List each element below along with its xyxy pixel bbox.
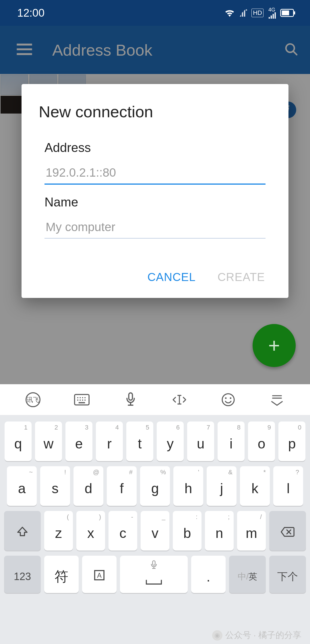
key-u[interactable]: 7u	[187, 421, 214, 461]
hd-indicator: HD	[251, 9, 264, 17]
wechat-icon: ◉	[212, 630, 222, 641]
name-field-group: Name	[39, 195, 271, 239]
keyboard-rows: 1q2w3e4r5t6y7u8i9o0p ~a!s@d#f%g'h&j*k?l …	[0, 415, 310, 644]
key-o[interactable]: 9o	[248, 421, 275, 461]
new-connection-dialog: New connection Address Name CANCEL CREAT…	[22, 84, 288, 298]
signal-no-sim-icon	[239, 9, 247, 17]
key-i[interactable]: 8i	[218, 421, 245, 461]
key-e[interactable]: 3e	[65, 421, 92, 461]
key-l[interactable]: ?l	[273, 466, 303, 506]
key-row-1: 1q2w3e4r5t6y7u8i9o0p	[4, 421, 306, 461]
emoji-icon[interactable]	[220, 391, 237, 408]
svg-point-9	[82, 397, 83, 398]
status-time: 12:00	[17, 7, 44, 19]
microphone-icon[interactable]	[122, 391, 139, 408]
dialog-title: New connection	[39, 102, 271, 121]
key-d[interactable]: @d	[73, 466, 103, 506]
language-icon: A	[93, 569, 106, 585]
key-g[interactable]: %g	[140, 466, 170, 506]
svg-rect-15	[79, 402, 85, 403]
svg-rect-1	[294, 11, 295, 14]
svg-point-13	[82, 399, 83, 401]
key-x[interactable]: )x	[76, 511, 105, 551]
svg-text:A: A	[97, 571, 102, 579]
soft-keyboard: 讯飞 1q2w3e4r5t6y7u8i9o0p ~a!s@d#f%g'h&j*k…	[0, 384, 310, 644]
shift-icon	[16, 526, 29, 541]
battery-icon	[280, 9, 296, 17]
key-f[interactable]: #f	[107, 466, 137, 506]
svg-point-7	[77, 397, 78, 398]
svg-point-8	[80, 397, 81, 398]
keyboard-layout-icon[interactable]	[73, 391, 90, 408]
status-bar: 12:00 HD 4G	[0, 0, 310, 26]
key-c[interactable]: -c	[108, 511, 137, 551]
status-icons: HD 4G	[224, 7, 296, 19]
key-b[interactable]: :b	[173, 511, 202, 551]
watermark: ◉ 公众号 · 橘子的分享	[212, 629, 301, 641]
key-row-bottom: 123 符 A . 中/英 下个	[4, 556, 306, 593]
svg-rect-6	[75, 394, 89, 405]
svg-point-19	[230, 397, 232, 399]
key-row-2: ~a!s@d#f%g'h&j*k?l	[4, 466, 306, 506]
key-p[interactable]: 0p	[278, 421, 305, 461]
cursor-move-icon[interactable]	[171, 391, 188, 408]
keyboard-toolbar: 讯飞	[0, 384, 310, 415]
name-label: Name	[44, 195, 266, 209]
language-key[interactable]: A	[82, 556, 117, 593]
next-key[interactable]: 下个	[269, 556, 306, 593]
svg-point-10	[84, 397, 86, 398]
key-w[interactable]: 2w	[35, 421, 62, 461]
key-h[interactable]: 'h	[173, 466, 203, 506]
svg-rect-2	[282, 11, 289, 15]
svg-rect-22	[153, 561, 155, 565]
name-input[interactable]	[44, 217, 266, 239]
svg-point-11	[77, 399, 78, 401]
key-y[interactable]: 6y	[157, 421, 184, 461]
key-k[interactable]: *k	[240, 466, 270, 506]
wifi-icon	[224, 9, 235, 17]
cancel-button[interactable]: CANCEL	[145, 266, 198, 288]
add-fab[interactable]: +	[253, 324, 296, 367]
symbols-key[interactable]: 符	[44, 556, 79, 593]
key-m[interactable]: /m	[237, 511, 266, 551]
key-n[interactable]: ;n	[205, 511, 234, 551]
numbers-key[interactable]: 123	[4, 556, 41, 593]
svg-point-14	[84, 399, 86, 401]
shift-key[interactable]	[4, 511, 41, 551]
key-t[interactable]: 5t	[126, 421, 153, 461]
key-q[interactable]: 1q	[5, 421, 32, 461]
collapse-keyboard-icon[interactable]	[268, 391, 286, 408]
spacebar-icon	[145, 573, 163, 589]
key-a[interactable]: ~a	[7, 466, 37, 506]
svg-point-18	[225, 397, 227, 399]
ime-logo-icon[interactable]: 讯飞	[24, 391, 42, 408]
dialog-actions: CANCEL CREATE	[39, 266, 271, 288]
space-key[interactable]	[120, 556, 188, 593]
ime-switch-key[interactable]: 中/英	[229, 556, 266, 593]
svg-point-17	[222, 394, 234, 406]
address-input[interactable]	[44, 163, 266, 185]
mic-small-icon	[150, 560, 158, 571]
key-j[interactable]: &j	[207, 466, 237, 506]
backspace-icon	[280, 527, 295, 540]
key-r[interactable]: 4r	[96, 421, 123, 461]
key-s[interactable]: !s	[40, 466, 70, 506]
period-key[interactable]: .	[191, 556, 226, 593]
address-label: Address	[44, 140, 266, 155]
key-row-3: (z)x-c_v:b;n/m	[4, 511, 306, 551]
key-z[interactable]: (z	[44, 511, 73, 551]
create-button[interactable]: CREATE	[215, 266, 267, 288]
svg-text:讯飞: 讯飞	[27, 396, 39, 403]
key-v[interactable]: _v	[141, 511, 169, 551]
backspace-key[interactable]	[269, 511, 306, 551]
svg-point-12	[80, 399, 81, 401]
watermark-text: 公众号 · 橘子的分享	[225, 629, 301, 641]
address-field-group: Address	[39, 140, 271, 185]
svg-rect-16	[129, 393, 133, 400]
plus-icon: +	[268, 334, 280, 357]
signal-4g-icon: 4G	[268, 7, 276, 19]
